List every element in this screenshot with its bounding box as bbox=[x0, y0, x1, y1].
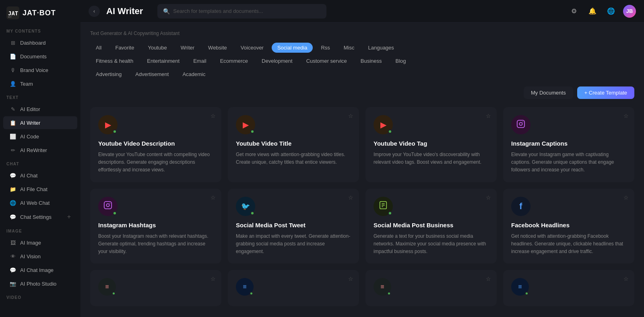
favorite-star-p4[interactable]: ☆ bbox=[623, 276, 629, 282]
favorite-star-6[interactable]: ☆ bbox=[348, 194, 353, 201]
filter-favorite[interactable]: Favorite bbox=[109, 43, 140, 53]
filter-development[interactable]: Development bbox=[256, 56, 298, 66]
sidebar-item-label: AI Writer bbox=[20, 120, 40, 126]
filter-social-media[interactable]: Social media bbox=[272, 43, 313, 53]
favorite-star-5[interactable]: ☆ bbox=[211, 194, 216, 201]
filter-business[interactable]: Business bbox=[355, 56, 388, 66]
filter-rss[interactable]: Rss bbox=[315, 43, 335, 53]
filter-misc[interactable]: Misc bbox=[338, 43, 360, 53]
card-partial-4[interactable]: ☆ ≡ bbox=[503, 270, 634, 306]
favorite-star-p1[interactable]: ☆ bbox=[211, 276, 216, 282]
status-dot bbox=[113, 211, 117, 215]
back-button[interactable]: ‹ bbox=[89, 6, 100, 17]
status-dot bbox=[112, 292, 116, 295]
sidebar-item-ai-web-chat[interactable]: 🌐 AI Web Chat bbox=[3, 196, 77, 209]
card-icon-7 bbox=[374, 197, 393, 216]
settings-icon-button[interactable]: ⚙ bbox=[568, 5, 580, 18]
card-partial-1[interactable]: ☆ ≡ bbox=[90, 270, 221, 306]
text-icon-p3: ≡ bbox=[380, 283, 384, 290]
favorite-star-8[interactable]: ☆ bbox=[623, 194, 629, 201]
sidebar-item-ai-file-chat[interactable]: 📁 AI File Chat bbox=[3, 183, 77, 196]
topbar: ‹ AI Writer 🔍 ⚙ 🔔 🌐 JB bbox=[80, 0, 644, 23]
card-facebook-headlines[interactable]: ☆ f Facebook Headlines Get noticed with … bbox=[503, 189, 634, 264]
sidebar-item-documents[interactable]: 📄 Documents bbox=[3, 50, 77, 63]
card-title: Social Media Post Business bbox=[374, 222, 489, 228]
filter-website[interactable]: Website bbox=[202, 43, 233, 53]
filter-all[interactable]: All bbox=[90, 43, 107, 53]
sidebar-item-ai-image[interactable]: 🖼 AI Image bbox=[3, 236, 77, 249]
card-youtube-video-description[interactable]: ☆ ▶ Youtube Video Description Elevate yo… bbox=[90, 107, 221, 182]
sidebar-item-label: AI Chat Image bbox=[20, 267, 54, 273]
page-title: AI Writer bbox=[106, 6, 143, 16]
card-icon-1: ▶ bbox=[98, 115, 118, 134]
filter-customer-service[interactable]: Customer service bbox=[301, 56, 353, 66]
sidebar-item-ai-editor[interactable]: ✎ AI Editor bbox=[3, 103, 77, 115]
filter-row-1: All Favorite Youtube Writer Website Voic… bbox=[90, 43, 634, 53]
filter-youtube[interactable]: Youtube bbox=[142, 43, 172, 53]
card-youtube-video-tag[interactable]: ☆ ▶ Youtube Video Tag Improve your YouTu… bbox=[365, 107, 497, 182]
sidebar-item-ai-code[interactable]: ⬜ AI Code bbox=[3, 130, 77, 143]
svg-rect-6 bbox=[104, 202, 111, 209]
card-icon-6: 🐦 bbox=[236, 197, 255, 216]
language-icon-button[interactable]: 🌐 bbox=[605, 5, 617, 18]
filter-writer[interactable]: Writer bbox=[175, 43, 200, 53]
filter-languages[interactable]: Languages bbox=[362, 43, 399, 53]
card-desc: Elevate your YouTube content with compel… bbox=[98, 151, 213, 174]
search-bar[interactable]: 🔍 bbox=[157, 4, 326, 19]
card-icon-p3: ≡ bbox=[374, 278, 391, 296]
filter-advertisement[interactable]: Advertisement bbox=[130, 69, 174, 79]
filter-fitness[interactable]: Fitness & health bbox=[90, 56, 139, 66]
card-partial-2[interactable]: ☆ ≡ bbox=[228, 270, 359, 306]
status-dot bbox=[388, 211, 392, 215]
favorite-star-2[interactable]: ☆ bbox=[348, 113, 353, 119]
sidebar-item-ai-vision[interactable]: 👁 AI Vision bbox=[3, 250, 77, 263]
favorite-star-3[interactable]: ☆ bbox=[486, 113, 491, 119]
card-social-media-tweet[interactable]: ☆ 🐦 Social Media Post Tweet Make an impa… bbox=[228, 189, 359, 264]
ai-rewriter-icon: ✏ bbox=[10, 147, 16, 153]
sidebar-item-ai-chat[interactable]: 💬 AI Chat bbox=[3, 169, 77, 182]
filter-entertainment[interactable]: Entertainment bbox=[141, 56, 185, 66]
logo-text: JAT·BOT bbox=[23, 9, 56, 17]
card-icon-4 bbox=[511, 115, 530, 134]
card-youtube-video-title[interactable]: ☆ ▶ Youtube Video Title Get more views w… bbox=[228, 107, 359, 182]
sidebar-item-ai-chat-image[interactable]: 💬 AI Chat Image bbox=[3, 263, 77, 276]
add-chat-button[interactable]: + bbox=[67, 213, 71, 220]
card-title: Facebook Headlines bbox=[511, 222, 626, 228]
card-title: Social Media Post Tweet bbox=[236, 222, 351, 228]
sidebar-item-ai-photo-studio[interactable]: 📷 AI Photo Studio bbox=[3, 277, 77, 290]
ai-editor-icon: ✎ bbox=[10, 106, 16, 112]
filter-advertising[interactable]: Advertising bbox=[90, 69, 127, 79]
card-social-media-business[interactable]: ☆ Social Media Post Business Generate a … bbox=[365, 189, 497, 264]
filter-email[interactable]: Email bbox=[188, 56, 212, 66]
card-instagram-captions[interactable]: ☆ Instagram Captions Elevate your Instag… bbox=[503, 107, 634, 182]
user-avatar[interactable]: JB bbox=[623, 5, 636, 18]
favorite-star-p3[interactable]: ☆ bbox=[486, 276, 491, 282]
filter-ecommerce[interactable]: Ecommerce bbox=[215, 56, 254, 66]
search-icon: 🔍 bbox=[163, 8, 170, 14]
filter-blog[interactable]: Blog bbox=[390, 56, 412, 66]
sidebar-item-label: AI Image bbox=[20, 240, 41, 246]
favorite-star-4[interactable]: ☆ bbox=[623, 113, 629, 119]
status-dot bbox=[387, 292, 391, 295]
ai-vision-icon: 👁 bbox=[10, 253, 16, 259]
sidebar-item-team[interactable]: 👤 Team bbox=[3, 77, 77, 90]
create-template-button[interactable]: + Create Template bbox=[577, 86, 634, 99]
card-instagram-hashtags[interactable]: ☆ Instagram Hashtags Boost your Instagra… bbox=[90, 189, 221, 264]
filter-voiceover[interactable]: Voiceover bbox=[235, 43, 269, 53]
sidebar-item-dashboard[interactable]: ⊞ Dashboard bbox=[3, 36, 77, 49]
sidebar-item-ai-writer[interactable]: 📋 AI Writer bbox=[3, 116, 77, 129]
my-documents-button[interactable]: My Documents bbox=[524, 86, 573, 99]
sidebar-item-label: AI Chat bbox=[20, 173, 37, 179]
card-desc: Get more views with attention-grabbing v… bbox=[236, 151, 351, 166]
favorite-star-7[interactable]: ☆ bbox=[486, 194, 491, 201]
sidebar-item-ai-rewriter[interactable]: ✏ AI ReWriter bbox=[3, 144, 77, 156]
topbar-actions: ⚙ 🔔 🌐 JB bbox=[568, 5, 636, 18]
search-input[interactable] bbox=[173, 8, 321, 14]
favorite-star-1[interactable]: ☆ bbox=[211, 113, 216, 119]
sidebar-item-brand-voice[interactable]: 🎙 Brand Voice bbox=[3, 64, 77, 76]
favorite-star-p2[interactable]: ☆ bbox=[348, 276, 353, 282]
filter-academic[interactable]: Academic bbox=[177, 69, 211, 79]
sidebar-item-chat-settings[interactable]: 💬 Chat Settings + bbox=[3, 210, 77, 224]
card-partial-3[interactable]: ☆ ≡ bbox=[365, 270, 497, 306]
notifications-icon-button[interactable]: 🔔 bbox=[586, 5, 599, 18]
